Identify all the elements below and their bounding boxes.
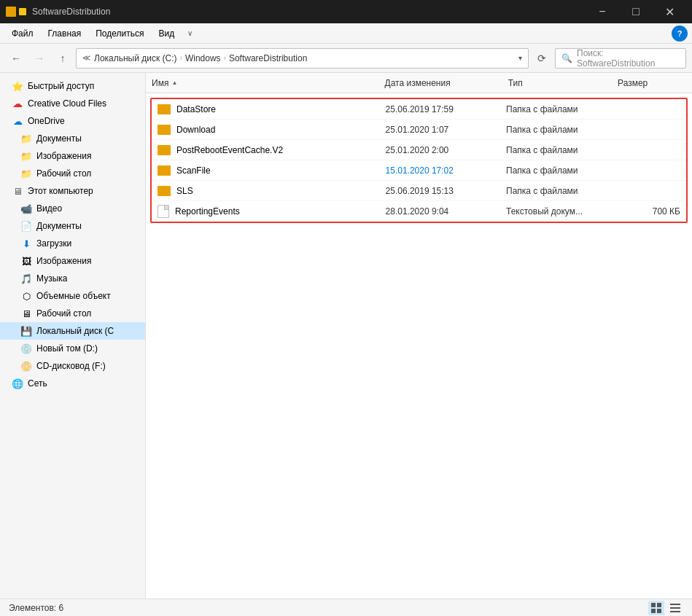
docs-icon: 📄 bbox=[20, 220, 32, 232]
folder-icon bbox=[158, 125, 171, 135]
sidebar-item-images[interactable]: 📁 Изображения bbox=[0, 147, 145, 165]
sidebar-item-new-vol[interactable]: 💿 Новый том (D:) bbox=[0, 340, 145, 357]
toolbar: ← → ↑ ≪ Локальный диск (C:) › Windows › … bbox=[0, 44, 692, 73]
sidebar-item-music[interactable]: 🎵 Музыка bbox=[0, 270, 145, 287]
file-date-cell: 28.01.2020 9:04 bbox=[386, 206, 506, 217]
sidebar-item-cd-drive[interactable]: 📀 CD-дисковод (F:) bbox=[0, 357, 145, 375]
sidebar-item-3dobjects[interactable]: ⬡ Объемные объект bbox=[0, 287, 145, 305]
svg-rect-5 bbox=[670, 607, 680, 609]
3dobjects-icon: ⬡ bbox=[20, 290, 32, 302]
menu-home[interactable]: Главная bbox=[41, 26, 89, 42]
sidebar-item-network[interactable]: 🌐 Сеть bbox=[0, 375, 145, 392]
title-bar-title: SoftwareDistribution bbox=[32, 7, 586, 17]
music-icon: 🎵 bbox=[20, 273, 32, 284]
file-icon bbox=[158, 205, 169, 218]
refresh-button[interactable]: ⟳ bbox=[532, 48, 552, 69]
file-date-cell: 25.01.2020 1:07 bbox=[386, 125, 506, 135]
svg-rect-4 bbox=[670, 604, 680, 605]
sidebar-item-this-pc[interactable]: 🖥 Этот компьютер bbox=[0, 182, 145, 200]
file-name-cell: ReportingEvents bbox=[158, 205, 386, 218]
star-icon: ⭐ bbox=[12, 80, 23, 92]
minimize-button[interactable]: − bbox=[586, 0, 619, 23]
col-header-type[interactable]: Тип bbox=[508, 78, 618, 88]
sidebar-label-new-vol: Новый том (D:) bbox=[36, 343, 98, 354]
view-controls bbox=[648, 601, 683, 615]
sort-arrow-icon: ▲ bbox=[171, 79, 177, 86]
col-header-name[interactable]: Имя ▲ bbox=[152, 78, 385, 88]
file-date-cell: 25.06.2019 17:59 bbox=[386, 104, 506, 114]
address-bar[interactable]: ≪ Локальный диск (C:) › Windows › Softwa… bbox=[76, 48, 529, 69]
menu-share[interactable]: Поделиться bbox=[88, 26, 151, 42]
breadcrumb-disk[interactable]: Локальный диск (C:) bbox=[94, 53, 177, 63]
search-bar[interactable]: 🔍 Поиск: SoftwareDistribution bbox=[555, 48, 686, 69]
col-header-size[interactable]: Размер bbox=[618, 78, 686, 88]
svg-rect-3 bbox=[657, 609, 661, 613]
file-row[interactable]: SLS 25.06.2019 15:13 Папка с файлами bbox=[152, 181, 686, 201]
help-button[interactable]: ? bbox=[672, 26, 688, 42]
app-icon-square2 bbox=[19, 8, 26, 15]
sidebar-item-local-disk[interactable]: 💾 Локальный диск (С bbox=[0, 322, 145, 340]
file-row[interactable]: ScanFile 15.01.2020 17:02 Папка с файлам… bbox=[152, 160, 686, 181]
sidebar-item-downloads[interactable]: ⬇ Загрузки bbox=[0, 235, 145, 252]
breadcrumb-windows[interactable]: Windows bbox=[185, 53, 221, 63]
close-button[interactable]: ✕ bbox=[653, 0, 686, 23]
svg-rect-2 bbox=[651, 609, 656, 613]
video-icon: 📹 bbox=[20, 203, 32, 214]
svg-rect-1 bbox=[657, 603, 661, 607]
maximize-button[interactable]: □ bbox=[619, 0, 653, 23]
status-bar: Элементов: 6 bbox=[0, 599, 692, 616]
sidebar-label-3dobjects: Объемные объект bbox=[36, 291, 111, 301]
new-vol-icon: 💿 bbox=[20, 343, 32, 354]
breadcrumb: ≪ Локальный диск (C:) › Windows › Softwa… bbox=[82, 53, 307, 63]
menu-file[interactable]: Файл bbox=[4, 26, 41, 42]
svg-rect-0 bbox=[651, 603, 656, 607]
sidebar-label-creative-cloud: Creative Cloud Files bbox=[28, 98, 106, 109]
list-view-icon bbox=[670, 603, 680, 613]
grid-view-button[interactable] bbox=[648, 601, 664, 615]
file-row[interactable]: PostRebootEventCache.V2 25.01.2020 2:00 … bbox=[152, 140, 686, 160]
file-type-cell: Папка с файлами bbox=[506, 125, 613, 135]
title-bar: SoftwareDistribution − □ ✕ bbox=[0, 0, 692, 23]
breadcrumb-current[interactable]: SoftwareDistribution bbox=[229, 53, 307, 63]
file-name-cell: ScanFile bbox=[158, 165, 386, 176]
address-expand-icon[interactable]: ▾ bbox=[518, 54, 522, 62]
folder-icon: 📁 bbox=[20, 168, 32, 179]
item-count: Элементов: 6 bbox=[9, 603, 63, 613]
file-row[interactable]: DataStore 25.06.2019 17:59 Папка с файла… bbox=[152, 99, 686, 120]
sidebar-item-creative-cloud[interactable]: ☁ Creative Cloud Files bbox=[0, 95, 145, 112]
file-type-cell: Папка с файлами bbox=[506, 104, 613, 114]
menu-expand-icon[interactable]: ∨ bbox=[182, 26, 198, 42]
sidebar-item-images2[interactable]: 🖼 Изображения bbox=[0, 252, 145, 270]
sidebar-item-onedrive[interactable]: ☁ OneDrive bbox=[0, 112, 145, 130]
file-row[interactable]: Download 25.01.2020 1:07 Папка с файлами bbox=[152, 120, 686, 140]
forward-button[interactable]: → bbox=[29, 48, 50, 69]
up-button[interactable]: ↑ bbox=[53, 48, 73, 69]
sidebar-label-images: Изображения bbox=[36, 151, 91, 161]
svg-rect-6 bbox=[670, 611, 680, 612]
back-button[interactable]: ← bbox=[6, 48, 26, 69]
folder-icon bbox=[158, 165, 171, 176]
file-list: DataStore 25.06.2019 17:59 Папка с файла… bbox=[146, 93, 692, 599]
creative-cloud-icon: ☁ bbox=[12, 98, 23, 109]
file-name-cell: Download bbox=[158, 125, 386, 135]
folder-icon: 📁 bbox=[20, 133, 32, 144]
main-container: ⭐ Быстрый доступ ☁ Creative Cloud Files … bbox=[0, 73, 692, 599]
column-headers: Имя ▲ Дата изменения Тип Размер bbox=[146, 73, 692, 93]
sidebar-item-docs2[interactable]: 📄 Документы bbox=[0, 217, 145, 235]
breadcrumb-sep1: › bbox=[180, 54, 182, 62]
sidebar-item-video[interactable]: 📹 Видео bbox=[0, 200, 145, 217]
sidebar-label-this-pc: Этот компьютер bbox=[28, 186, 93, 196]
sidebar: ⭐ Быстрый доступ ☁ Creative Cloud Files … bbox=[0, 73, 146, 599]
list-view-button[interactable] bbox=[667, 601, 683, 615]
desktop-icon: 🖥 bbox=[20, 308, 32, 319]
menu-view[interactable]: Вид bbox=[151, 26, 182, 42]
computer-icon: 🖥 bbox=[12, 185, 23, 197]
file-row[interactable]: ReportingEvents 28.01.2020 9:04 Текстовы… bbox=[152, 201, 686, 222]
sidebar-label-images2: Изображения bbox=[36, 256, 91, 266]
sidebar-item-desktop-od[interactable]: 📁 Рабочий стол bbox=[0, 165, 145, 182]
sidebar-item-desktop2[interactable]: 🖥 Рабочий стол bbox=[0, 305, 145, 322]
file-name-cell: SLS bbox=[158, 186, 386, 196]
sidebar-item-documents[interactable]: 📁 Документы bbox=[0, 130, 145, 147]
sidebar-item-quick-access[interactable]: ⭐ Быстрый доступ bbox=[0, 77, 145, 95]
col-header-date[interactable]: Дата изменения bbox=[385, 78, 508, 88]
